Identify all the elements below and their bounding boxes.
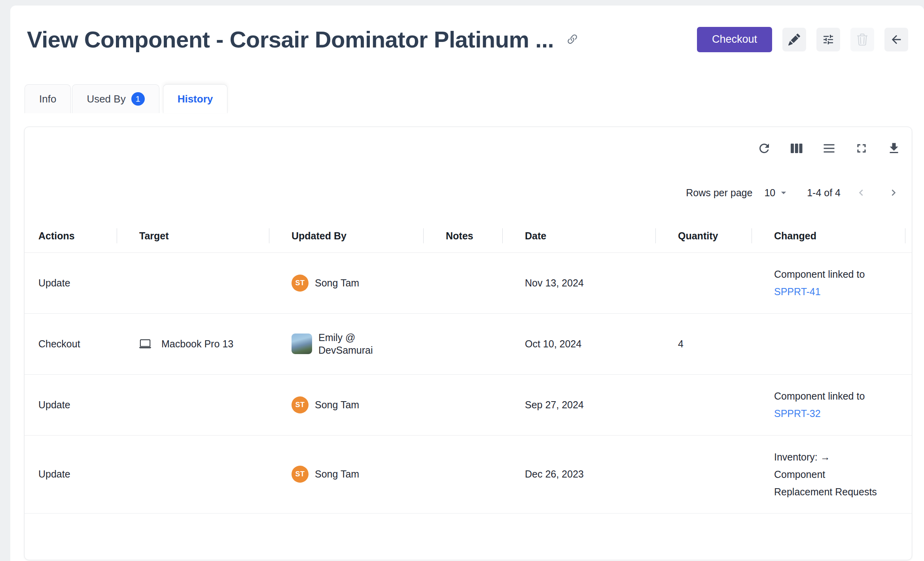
cell-updated-by: ST Song Tam <box>269 435 424 513</box>
avatar <box>292 334 312 354</box>
cell-date: Sep 27, 2024 <box>503 374 656 435</box>
table-row[interactable]: Checkout Macbook Pro 13 <box>25 313 912 374</box>
next-page-button[interactable] <box>887 186 900 199</box>
cell-action: Update <box>25 252 117 313</box>
previous-page-button[interactable] <box>855 186 867 199</box>
column-label: Target <box>139 230 169 241</box>
cell-updated-by: ST Song Tam <box>269 374 424 435</box>
cell-date: Nov 13, 2024 <box>503 252 656 313</box>
cell-changed: Component linked to SPPRT-32 <box>752 374 912 435</box>
tab-used-by-label: Used By <box>87 93 125 105</box>
table-row[interactable]: Update ST Song Tam Dec 26, 2023 Inventor… <box>25 435 912 513</box>
avatar: ST <box>292 275 309 292</box>
changed-text: Component linked to <box>774 387 912 405</box>
cell-changed: Component linked to SPPRT-41 <box>752 252 912 313</box>
cell-target: Macbook Pro 13 <box>117 313 269 374</box>
cell-action: Update <box>25 374 117 435</box>
cell-target <box>117 252 269 313</box>
cell-notes <box>424 374 503 435</box>
density-icon[interactable] <box>822 141 836 155</box>
laptop-icon <box>139 338 151 350</box>
fullscreen-icon[interactable] <box>854 141 869 155</box>
settings-button[interactable] <box>816 28 840 51</box>
cell-changed: Inventory: → Component Replacement Reque… <box>752 435 912 513</box>
back-button[interactable] <box>884 28 908 51</box>
user-name: Song Tam <box>315 277 359 290</box>
changed-link[interactable]: SPPRT-32 <box>774 405 912 422</box>
page-title: View Component - Corsair Dominator Plati… <box>27 26 554 53</box>
table-row[interactable]: Update ST Song Tam Sep 27, 2024 Componen… <box>25 374 912 435</box>
cell-action: Update <box>25 435 117 513</box>
cell-notes <box>424 313 503 374</box>
cell-action: Checkout <box>25 313 117 374</box>
page-header: View Component - Corsair Dominator Plati… <box>25 26 908 53</box>
column-label: Actions <box>38 230 75 241</box>
column-header-changed[interactable]: Changed <box>752 220 912 252</box>
cell-quantity <box>656 374 752 435</box>
cell-updated-by: Emily @ DevSamurai <box>269 313 424 374</box>
cell-updated-by: ST Song Tam <box>269 252 424 313</box>
column-header-updated-by[interactable]: Updated By <box>269 220 424 252</box>
cell-notes <box>424 435 503 513</box>
changed-text: Inventory: → Component Replacement Reque… <box>774 448 912 500</box>
tab-used-by[interactable]: Used By 1 <box>72 84 159 113</box>
cell-quantity <box>656 252 752 313</box>
tab-info-label: Info <box>39 93 56 105</box>
column-header-target[interactable]: Target <box>117 220 269 252</box>
tune-icon <box>822 33 835 46</box>
delete-button[interactable] <box>850 28 874 51</box>
chevron-down-icon <box>778 187 790 199</box>
cell-target <box>117 374 269 435</box>
checkout-button[interactable]: Checkout <box>697 27 772 52</box>
user-name: Song Tam <box>315 468 359 481</box>
tab-bar: Info Used By 1 History <box>25 84 908 113</box>
history-card: Rows per page 10 1-4 of 4 Ac <box>24 127 912 560</box>
avatar: ST <box>292 396 309 413</box>
tab-history[interactable]: History <box>163 84 228 113</box>
changed-text: Component linked to <box>774 265 912 283</box>
edit-button[interactable] <box>782 28 806 51</box>
cell-date: Dec 26, 2023 <box>503 435 656 513</box>
cell-target <box>117 435 269 513</box>
cell-changed <box>752 313 912 374</box>
column-header-quantity[interactable]: Quantity <box>656 220 752 252</box>
rows-per-page-select[interactable]: 10 <box>764 187 790 199</box>
table-footer-spacer <box>25 513 912 560</box>
user-name: Song Tam <box>315 398 359 411</box>
column-label: Notes <box>446 230 473 241</box>
user-name: Emily @ DevSamurai <box>318 331 380 357</box>
table-header-row: Actions Target Updated By Notes Date Qua… <box>25 220 912 252</box>
pencil-icon <box>788 34 800 45</box>
trash-icon <box>856 34 868 45</box>
back-arrow-icon <box>890 33 903 46</box>
column-header-notes[interactable]: Notes <box>424 220 503 252</box>
column-header-date[interactable]: Date <box>503 220 656 252</box>
app-background: { "colors": { "checkout_button": "#5a48b… <box>0 0 924 561</box>
rows-per-page-label: Rows per page <box>686 187 752 199</box>
cell-notes <box>424 252 503 313</box>
columns-icon[interactable] <box>790 141 804 155</box>
changed-link[interactable]: SPPRT-41 <box>774 283 912 300</box>
rows-per-page-value: 10 <box>764 187 775 199</box>
download-icon[interactable] <box>887 141 901 155</box>
column-label: Date <box>525 230 546 241</box>
table-row[interactable]: Update ST Song Tam Nov 13, 2024 Componen… <box>25 252 912 313</box>
tab-info[interactable]: Info <box>25 84 71 113</box>
refresh-icon[interactable] <box>757 141 771 155</box>
cell-quantity <box>656 435 752 513</box>
avatar: ST <box>292 466 309 483</box>
pagination-bar: Rows per page 10 1-4 of 4 <box>686 186 900 199</box>
history-table: Actions Target Updated By Notes Date Qua… <box>25 220 912 560</box>
column-label: Updated By <box>292 230 346 241</box>
column-label: Changed <box>774 230 816 241</box>
target-name: Macbook Pro 13 <box>161 337 233 351</box>
column-separator <box>905 228 905 243</box>
column-header-actions[interactable]: Actions <box>25 220 117 252</box>
cell-quantity: 4 <box>656 313 752 374</box>
pagination-range: 1-4 of 4 <box>807 187 841 199</box>
tab-history-label: History <box>178 93 213 105</box>
copy-link-icon[interactable] <box>566 33 579 46</box>
used-by-count-badge: 1 <box>131 92 145 106</box>
header-actions: Checkout <box>697 27 908 52</box>
cell-date: Oct 10, 2024 <box>503 313 656 374</box>
